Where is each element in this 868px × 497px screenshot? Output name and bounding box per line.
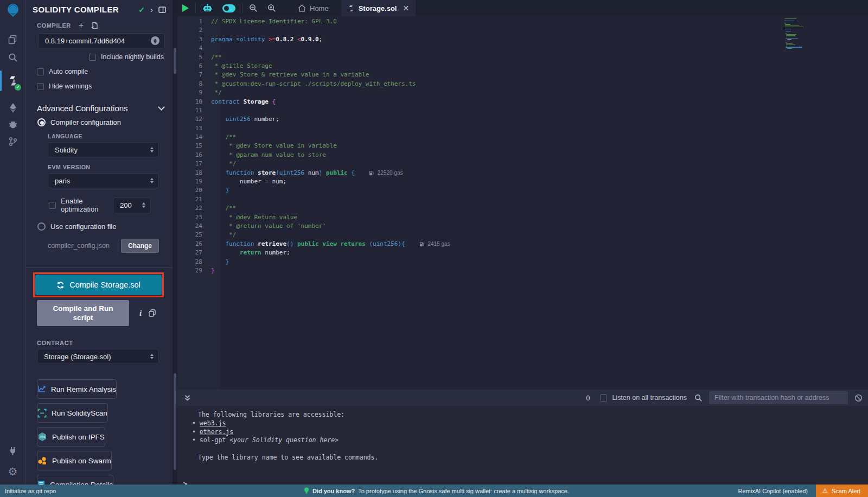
info-icon[interactable]: i [139,309,142,318]
annotation-highlight: Compile Storage.sol [33,272,164,297]
run-remix-analysis-button[interactable]: Run Remix Analysis [37,379,117,399]
compile-success-badge: ✓ [15,84,21,91]
code-line[interactable]: 8 * @custom:dev-run-script ./scripts/dep… [177,80,868,88]
pin-panel-icon[interactable] [158,7,166,13]
settings-icon[interactable]: ⚙ [0,463,25,480]
auto-compile-checkbox[interactable] [37,68,44,75]
terminal-library-item: • sol-gpt <your Solidity question here> [177,436,868,445]
chevron-right-icon[interactable]: › [150,5,153,14]
remix-ai-button[interactable] [197,0,218,16]
code-line[interactable]: 23 * @dev Return value [177,213,868,222]
panel-scrollbar-thumb[interactable] [174,48,176,74]
code-line[interactable]: 12 uint256 number; [177,115,868,124]
panel-scrollbar-thumb[interactable] [174,373,176,470]
search-icon [694,394,703,402]
line-number: 18 [177,169,202,177]
publish-on-ipfs-button[interactable]: IPFSPublish on IPFS [37,427,105,447]
transaction-filter-input[interactable] [709,391,848,404]
change-config-button[interactable]: Change [121,239,159,253]
add-compiler-icon[interactable]: + [79,23,84,28]
hide-warnings-checkbox[interactable] [37,83,44,90]
copy-icon[interactable] [149,309,156,317]
copilot-toggle[interactable] [218,0,240,16]
git-init-button[interactable]: Initialize as git repo [0,488,304,494]
compile-button[interactable]: Compile Storage.sol [35,275,162,295]
code-line[interactable]: 25 */ [177,231,868,239]
code-line[interactable]: 15 * @dev Store value in variable [177,142,868,150]
version-stepper-icon [151,36,159,45]
code-line[interactable]: 26 function retrieve() public view retur… [177,240,868,248]
solidity-compiler-icon[interactable]: ✓ [0,73,25,89]
enable-optimization-label: Enable optimization [61,197,113,213]
scan-icon [37,409,47,418]
code-line[interactable]: 11 [177,106,868,115]
expand-terminal-icon[interactable] [184,394,191,402]
advanced-configurations-header[interactable]: Advanced Configurations [37,104,164,113]
code-line[interactable]: 6 * @title Storage [177,62,868,71]
run-solidityscan-button[interactable]: Run SolidityScan [37,403,108,423]
language-select[interactable]: Solidity [48,142,159,157]
terminal-output[interactable]: The following libraries are accessible:•… [177,406,868,485]
code-editor[interactable]: 1// SPDX-License-Identifier: GPL-3.023pr… [177,16,868,390]
code-line[interactable]: 17 */ [177,160,868,168]
code-line[interactable]: 20 } [177,186,868,195]
evm-version-select[interactable]: paris [48,173,159,188]
code-line[interactable]: 5/** [177,53,868,62]
use-configuration-file-radio[interactable] [37,222,46,231]
code-line[interactable]: 27 return number; [177,248,868,257]
deploy-run-icon[interactable] [0,100,25,116]
code-line[interactable]: 29} [177,266,868,275]
close-tab-icon[interactable]: ✕ [403,4,409,12]
code-line[interactable]: 19 number = num; [177,177,868,186]
copilot-status[interactable]: RemixAI Copilot (enabled) [738,488,808,494]
line-number: 2 [177,26,202,35]
listen-transactions-checkbox[interactable] [600,394,607,402]
remix-logo[interactable] [0,3,25,20]
compilation-details-button[interactable]: Compilation Details [37,475,113,485]
code-line[interactable]: 24 * @return value of 'number' [177,222,868,231]
library-link[interactable]: web3.js [200,419,226,427]
compile-and-run-button[interactable]: Compile and Run script [37,300,129,326]
code-line[interactable]: 3pragma solidity >=0.8.2 <0.9.0; [177,35,868,44]
enable-optimization-checkbox[interactable] [49,202,56,209]
tab-home[interactable]: Home [293,0,334,16]
code-line[interactable]: 9 */ [177,88,868,97]
optimization-runs-input[interactable]: 200 [113,197,151,213]
tab-storage-sol[interactable]: Storage.sol ✕ [341,0,416,16]
panel-resize-divider[interactable] [173,0,177,485]
scam-alert-button[interactable]: ⚠ Scam Alert [816,485,868,497]
code-line[interactable]: 28 } [177,258,868,266]
minimap[interactable] [784,18,836,52]
code-line[interactable]: 1// SPDX-License-Identifier: GPL-3.0 [177,17,868,26]
publish-on-swarm-button[interactable]: Publish on Swarm [37,451,112,470]
code-line[interactable]: 18 function store(uint256 num) public { … [177,169,868,177]
code-line[interactable]: 7 * @dev Store & retrieve value in a var… [177,71,868,79]
library-link[interactable]: ethers.js [200,428,233,436]
git-icon[interactable] [0,133,25,150]
section-divider [25,267,173,268]
clear-filter-icon[interactable] [854,394,863,402]
plugin-manager-icon[interactable] [0,443,25,459]
zoom-out-button[interactable] [244,0,263,16]
code-line[interactable]: 14 /** [177,133,868,142]
search-icon[interactable] [0,49,25,66]
run-script-button[interactable] [177,0,194,16]
open-file-icon[interactable] [91,22,99,29]
include-nightly-checkbox[interactable] [89,54,96,61]
code-line[interactable]: 13 [177,124,868,133]
zoom-in-button[interactable] [263,0,281,16]
compiler-version-select[interactable]: 0.8.19+commit.7dd6d404 [38,33,165,48]
config-file-name[interactable]: compiler_config.json [48,242,110,250]
code-line[interactable]: 4 [177,44,868,53]
debugger-icon[interactable] [0,116,25,132]
file-explorer-icon[interactable] [0,31,25,48]
code-line[interactable]: 2 [177,26,868,35]
compiler-configuration-radio[interactable] [37,118,46,126]
code-line[interactable]: 10contract Storage { [177,98,868,106]
did-you-know-tip: Did you know? To prototype using the Gno… [304,487,569,495]
code-line[interactable]: 21 [177,195,868,204]
code-line[interactable]: 22 /** [177,204,868,213]
code-line[interactable]: 16 * @param num value to store [177,151,868,160]
line-number: 29 [177,266,202,275]
contract-select[interactable]: Storage (Storage.sol) [37,349,159,364]
